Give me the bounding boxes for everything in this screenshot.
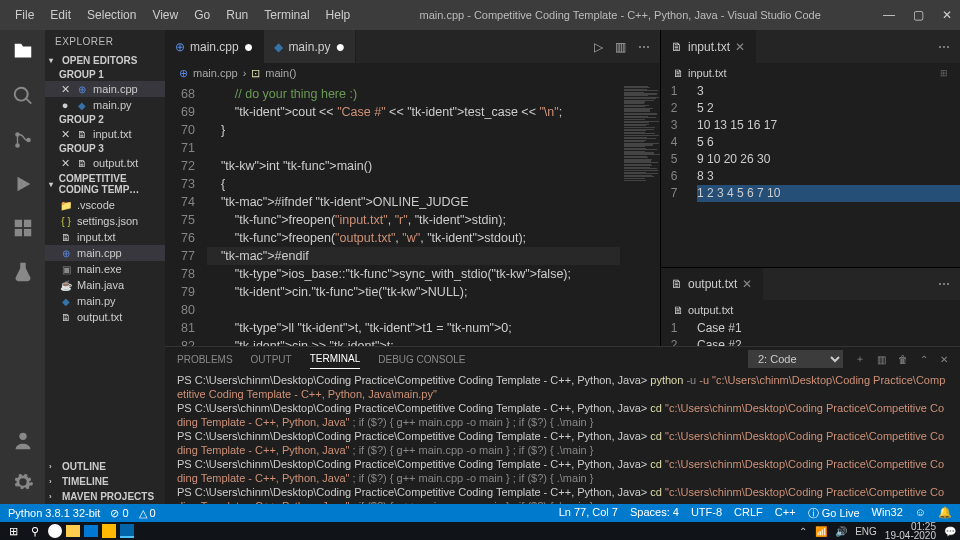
open-editor-item[interactable]: ✕🗎input.txt [45,126,165,142]
tab-main-py[interactable]: ◆main.py● [264,30,356,63]
run-button[interactable]: ▷ [594,40,603,54]
status-item[interactable]: CRLF [734,506,763,521]
wifi-icon[interactable]: 📶 [815,526,827,537]
extensions-icon[interactable] [11,216,35,240]
status-item[interactable]: C++ [775,506,796,521]
vscode-icon[interactable] [120,524,134,538]
status-item[interactable]: Win32 [872,506,903,521]
chrome-icon[interactable] [48,524,62,538]
open-editor-item[interactable]: ✕⊕main.cpp [45,81,165,97]
file-tree-item[interactable]: ⊕main.cpp [45,245,165,261]
file-text-icon: 🗎 [671,40,683,54]
workspace-header[interactable]: ▾COMPETITIVE CODING TEMP… [45,171,165,197]
notifications-icon[interactable]: 💬 [944,526,956,537]
panel-tab-problems[interactable]: PROBLEMS [177,350,233,369]
close-icon[interactable]: ✕ [742,277,752,291]
terminal[interactable]: PS C:\Users\chinm\Desktop\Coding Practic… [165,371,960,504]
store-icon[interactable] [84,525,98,537]
tab-input[interactable]: 🗎input.txt✕ [661,30,756,63]
window-title: main.cpp - Competitive Coding Template -… [357,9,883,21]
chevron-up-icon[interactable]: ⌃ [920,354,928,365]
menu-run[interactable]: Run [219,4,255,26]
menu-go[interactable]: Go [187,4,217,26]
lang-indicator[interactable]: ENG [855,526,877,537]
explorer-icon[interactable] [11,40,35,64]
split-editor-icon[interactable]: ▥ [615,40,626,54]
new-terminal-icon[interactable]: ＋ [855,352,865,366]
input-editor[interactable]: 1234567 35 210 13 15 16 175 69 10 20 26 … [661,83,960,202]
close-icon[interactable]: ✕ [942,8,952,22]
status-item[interactable]: ⊘ 0 [110,507,128,520]
open-editor-item[interactable]: ●◆main.py [45,97,165,113]
tray-chevron-icon[interactable]: ⌃ [799,526,807,537]
group-label: GROUP 2 [45,113,165,126]
app-icon[interactable] [102,524,116,538]
minimize-icon[interactable]: — [883,8,895,22]
file-tree-item[interactable]: { }settings.json [45,213,165,229]
settings-gear-icon[interactable] [11,470,35,494]
file-tree-item[interactable]: 🗎output.txt [45,309,165,325]
close-icon[interactable]: ✕ [735,40,745,54]
section-timeline[interactable]: ›TIMELINE [45,474,165,489]
start-button[interactable]: ⊞ [4,523,22,539]
file-explorer-icon[interactable] [66,525,80,537]
open-editors-header[interactable]: ▾OPEN EDITORS [45,53,165,68]
section-outline[interactable]: ›OUTLINE [45,459,165,474]
close-panel-icon[interactable]: ✕ [940,354,948,365]
panel-tab-terminal[interactable]: TERMINAL [310,349,361,369]
menu-file[interactable]: File [8,4,41,26]
file-json-icon: { } [59,214,73,228]
status-item[interactable]: Ln 77, Col 7 [559,506,618,521]
close-icon[interactable]: ● [59,99,71,111]
breadcrumb[interactable]: ⊕ main.cpp › ⊡ main() [165,63,660,83]
section-maven-projects[interactable]: ›MAVEN PROJECTS [45,489,165,504]
file-tree-item[interactable]: 📁.vscode [45,197,165,213]
menu-terminal[interactable]: Terminal [257,4,316,26]
file-tree-item[interactable]: 🗎input.txt [45,229,165,245]
status-item[interactable]: UTF-8 [691,506,722,521]
panel-tab-debug-console[interactable]: DEBUG CONSOLE [378,350,465,369]
svg-point-1 [15,143,20,148]
chevron-down-icon: ▾ [49,180,56,189]
file-tree-item[interactable]: ☕Main.java [45,277,165,293]
menu-edit[interactable]: Edit [43,4,78,26]
close-icon[interactable]: ✕ [59,157,71,170]
more-actions-icon[interactable]: ⋯ [938,40,950,54]
account-icon[interactable] [11,428,35,452]
clock-date[interactable]: 19-04-2020 [885,531,936,540]
status-item[interactable]: ⓘ Go Live [808,506,860,521]
menu-selection[interactable]: Selection [80,4,143,26]
status-bar: Python 3.8.1 32-bit⊘ 0△ 0 Ln 77, Col 7Sp… [0,504,960,522]
svg-point-2 [26,138,31,143]
maximize-icon[interactable]: ▢ [913,8,924,22]
menu-help[interactable]: Help [319,4,358,26]
tab-main-cpp[interactable]: ⊕main.cpp● [165,30,264,63]
scm-icon[interactable] [11,128,35,152]
file-txt-icon: 🗎 [75,156,89,170]
close-icon[interactable]: ✕ [59,83,71,96]
status-item[interactable]: 🔔 [938,506,952,521]
run-debug-icon[interactable] [11,172,35,196]
close-icon[interactable]: ✕ [59,128,71,141]
terminal-select[interactable]: 2: Code [748,350,843,368]
status-item[interactable]: ☺ [915,506,926,521]
more-actions-icon[interactable]: ⋯ [938,277,950,291]
split-terminal-icon[interactable]: ▥ [877,354,886,365]
tab-output[interactable]: 🗎output.txt✕ [661,268,763,300]
status-item[interactable]: Python 3.8.1 32-bit [8,507,100,520]
panel-tab-output[interactable]: OUTPUT [251,350,292,369]
status-item[interactable]: Spaces: 4 [630,506,679,521]
open-editor-item[interactable]: ✕🗎output.txt [45,155,165,171]
file-tree-item[interactable]: ◆main.py [45,293,165,309]
volume-icon[interactable]: 🔊 [835,526,847,537]
svg-rect-6 [23,229,30,236]
test-icon[interactable] [11,260,35,284]
search-icon[interactable]: ⚲ [26,523,44,539]
status-item[interactable]: △ 0 [139,507,156,520]
more-actions-icon[interactable]: ⋯ [638,40,650,54]
menu-view[interactable]: View [145,4,185,26]
file-tree-item[interactable]: ▣main.exe [45,261,165,277]
search-icon[interactable] [11,84,35,108]
kill-terminal-icon[interactable]: 🗑 [898,354,908,365]
file-txt-icon: 🗎 [59,310,73,324]
